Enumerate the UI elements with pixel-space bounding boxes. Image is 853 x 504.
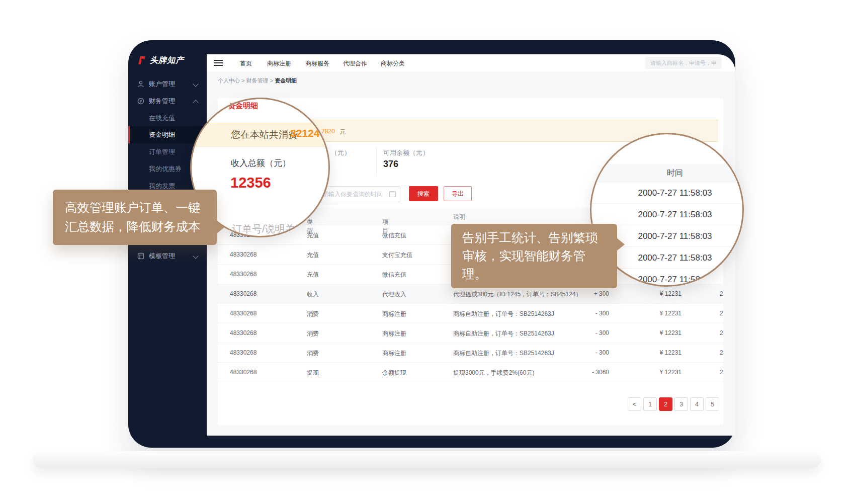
cell-time: 2000-7-27 11:58:03: [720, 349, 723, 356]
cell-type: 充值: [307, 271, 319, 279]
stat-balance-label: 可用余额（元）: [383, 148, 429, 157]
brand-name: 头牌知产: [150, 55, 184, 66]
cell-project: 余额提现: [382, 369, 406, 377]
sidebar-subitem-label: 在线充值: [149, 114, 175, 123]
cell-time: 2000-7-27 11:58:03: [720, 290, 723, 297]
sidebar-item-label: 模板管理: [149, 251, 175, 261]
pagination-page-2-active[interactable]: 2: [659, 397, 672, 411]
cell-balance: ¥ 12231: [625, 349, 681, 356]
sidebar-item-account[interactable]: 账户管理: [128, 75, 207, 93]
template-icon: [137, 252, 145, 260]
lens-time-header: 时间: [591, 164, 744, 182]
cell-type: 消费: [307, 329, 319, 338]
table-row: 48330268 消费 商标注册 商标自助注册，订单号：SB2514263J -…: [218, 343, 723, 363]
stat-balance-value: 376: [383, 159, 398, 170]
sidebar-subitem-label: 订单管理: [149, 147, 175, 156]
nav-item-agency[interactable]: 代理合作: [343, 59, 367, 68]
chevron-down-icon: [193, 253, 198, 259]
sidebar-item-finance[interactable]: 财务管理: [128, 93, 207, 110]
export-button[interactable]: 导出: [444, 186, 472, 201]
finance-icon: [137, 97, 145, 105]
cell-type: 消费: [307, 349, 319, 358]
menu-icon[interactable]: [214, 60, 223, 67]
callout-arrow-icon: [617, 238, 625, 251]
cell-amount: - 300: [540, 310, 609, 317]
cell-project: 代理收入: [382, 290, 406, 299]
breadcrumb-separator: >: [270, 77, 273, 83]
pagination-page-4[interactable]: 4: [690, 397, 704, 411]
sidebar-item-template[interactable]: 模板管理: [128, 247, 207, 265]
pagination-prev-button[interactable]: <: [628, 397, 641, 411]
user-icon: [137, 80, 145, 88]
sort-caret-icon: ∨: [308, 218, 313, 225]
lens-income-value: 12356: [230, 175, 271, 191]
nav-item-categories[interactable]: 商标分类: [381, 59, 405, 68]
breadcrumb-finance[interactable]: 财务管理: [246, 77, 269, 83]
callout-arrow-icon: [216, 221, 224, 234]
date-input[interactable]: [317, 186, 400, 202]
sidebar-subitem-label: 我的优惠券: [149, 164, 182, 174]
cell-order: 48330268: [230, 290, 257, 297]
brand: 头牌知产: [137, 53, 184, 67]
cell-type: 提现: [307, 369, 319, 377]
cell-balance: ¥ 12231: [625, 369, 681, 376]
breadcrumb-current: 资金明细: [275, 77, 297, 83]
lens-time-row: 2000-7-27 11:58:03: [591, 182, 744, 204]
cell-project: 商标注册: [382, 310, 406, 318]
lens-time-row: 2000-7-27 11:58:03: [591, 204, 744, 225]
cell-project: 商标注册: [382, 329, 406, 338]
nav-item-home[interactable]: 首页: [240, 59, 252, 68]
stat-divider: [376, 147, 377, 177]
cell-project: 微信充值: [382, 231, 406, 240]
sidebar-item-label: 账户管理: [149, 79, 175, 89]
cell-balance: ¥ 12231: [625, 329, 681, 337]
cell-project: 微信充值: [382, 271, 406, 279]
cell-order: 48330268: [230, 310, 257, 317]
cell-desc: 提现3000元，手续费2%(60元): [453, 369, 534, 377]
breadcrumb-home[interactable]: 个人中心: [218, 77, 240, 83]
cell-desc: 商标自助注册，订单号：SB2514263J: [453, 310, 554, 318]
cell-amount: - 300: [540, 329, 609, 337]
laptop-base: [33, 451, 821, 468]
table-row: 48330268 提现 余额提现 提现3000元，手续费2%(60元) - 30…: [218, 362, 723, 382]
cell-order: 48330268: [230, 271, 257, 278]
cell-type: 充值: [307, 251, 319, 260]
brand-logo-icon: [137, 55, 147, 65]
chevron-down-icon: [193, 81, 198, 87]
callout-right-text: 告别手工统计、告别繁琐审核，实现智能财务管理。: [462, 231, 598, 281]
cell-amount: + 300: [540, 290, 609, 297]
sort-caret-icon: ∨: [384, 218, 388, 225]
cell-balance: ¥ 12231: [625, 310, 681, 317]
pagination-page-3[interactable]: 3: [674, 397, 688, 411]
sidebar-subitem-recharge[interactable]: 在线充值: [128, 110, 207, 127]
calendar-icon[interactable]: [389, 191, 396, 197]
callout-left-text: 高效管理账户订单、一键汇总数据，降低财务成本: [65, 201, 201, 233]
cell-desc: 商标自助注册，订单号：SB2514263J: [453, 349, 554, 358]
lens-income-label: 收入总额（元）: [231, 157, 291, 169]
cell-order: 48330268: [230, 369, 257, 376]
cell-project: 支付宝充值: [382, 251, 412, 260]
cell-order: 48330268: [230, 251, 257, 258]
cell-amount: - 3060: [540, 369, 609, 376]
search-button[interactable]: 搜索: [409, 186, 438, 201]
stat-middle-label: （元）: [331, 148, 351, 157]
trademark-search-input[interactable]: [645, 57, 722, 69]
nav-item-services[interactable]: 商标服务: [305, 59, 329, 68]
cell-time: 2000-7-27 11:58:03: [720, 369, 723, 376]
pagination-page-5[interactable]: 5: [706, 397, 719, 411]
top-navbar: 首页 商标注册 商标服务 代理合作 商标分类: [207, 54, 735, 71]
callout-right: 告别手工统计、告别繁琐审核，实现智能财务管理。: [451, 224, 617, 288]
cell-project: 商标注册: [382, 349, 406, 358]
date-input-wrapper: [317, 186, 400, 202]
breadcrumb: 个人中心 > 财务管理 > 资金明细: [218, 77, 297, 85]
cell-amount: - 300: [540, 349, 609, 356]
breadcrumb-separator: >: [241, 77, 244, 83]
pagination: < 1 2 3 4 5: [218, 397, 719, 411]
lens-banner-amount: 32124: [290, 127, 319, 139]
nav-item-register[interactable]: 商标注册: [267, 59, 291, 68]
cell-type: 收入: [307, 290, 319, 299]
pagination-page-1[interactable]: 1: [643, 397, 657, 411]
cell-type: 消费: [307, 310, 319, 318]
sidebar-subitem-label: 资金明细: [149, 130, 175, 139]
callout-left: 高效管理账户订单、一键汇总数据，降低财务成本: [53, 190, 217, 245]
